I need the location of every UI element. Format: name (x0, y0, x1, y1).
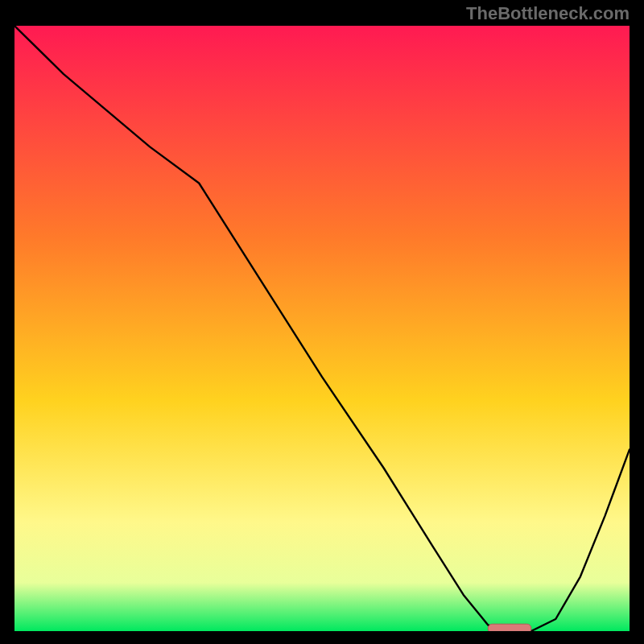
optimal-marker (488, 624, 531, 631)
plot-area (14, 26, 630, 631)
gradient-background (14, 26, 630, 631)
watermark-text: TheBottleneck.com (466, 3, 630, 24)
chart-svg (14, 26, 630, 631)
chart-container: TheBottleneck.com (0, 0, 644, 644)
